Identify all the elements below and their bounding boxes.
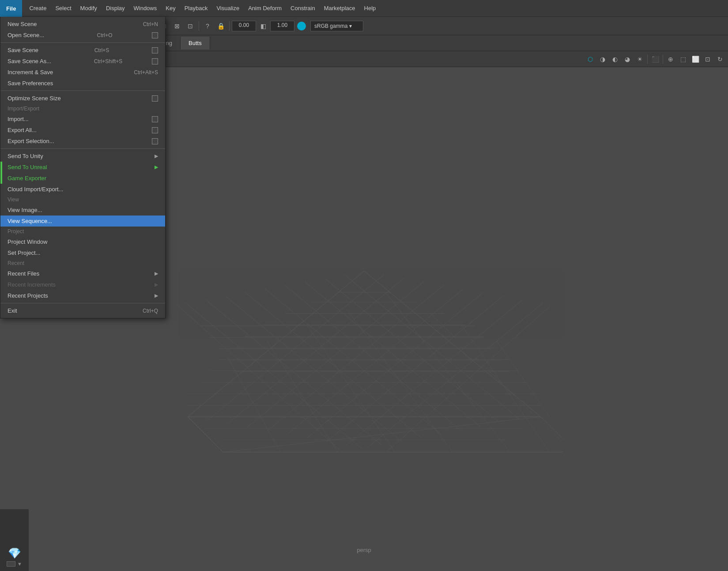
recent-increments-label: Recent Increments xyxy=(8,281,56,288)
menu-constrain[interactable]: Constrain xyxy=(286,2,320,14)
3d-grid: // Generated inline via SVG — using path… xyxy=(166,227,563,458)
lock-icon[interactable]: 🔒 xyxy=(215,20,227,32)
viewport-icon10[interactable]: ⊡ xyxy=(702,53,714,65)
export-all-option[interactable] xyxy=(152,127,158,133)
tool2-icon[interactable]: ⊡ xyxy=(184,20,196,32)
viewport-label: persp xyxy=(357,547,371,553)
field-icon[interactable]: ◧ xyxy=(257,20,269,32)
value1-field[interactable]: 0.00 xyxy=(232,21,256,31)
value2-field[interactable]: 1.00 xyxy=(270,21,294,31)
menu-windows[interactable]: Windows xyxy=(129,2,162,14)
optimize-scene-option[interactable] xyxy=(152,95,158,102)
menu-item-send-to-unreal[interactable]: Send To Unreal ▶ xyxy=(0,162,165,173)
viewport-icon6[interactable]: ⬛ xyxy=(649,53,661,65)
recent-files-arrow-icon: ▶ xyxy=(155,271,158,276)
exit-shortcut: Ctrl+Q xyxy=(129,308,158,314)
menu-item-save-preferences[interactable]: Save Preferences xyxy=(0,78,165,89)
save-scene-as-label: Save Scene As... xyxy=(8,58,51,64)
menu-anim-deform[interactable]: Anim Deform xyxy=(244,2,286,14)
question-icon[interactable]: ? xyxy=(201,20,214,32)
menu-modify[interactable]: Modify xyxy=(76,2,102,14)
menu-marketplace[interactable]: Marketplace xyxy=(320,2,360,14)
menu-item-import[interactable]: Import... xyxy=(0,113,165,125)
menu-display[interactable]: Display xyxy=(102,2,129,14)
viewport-icon4[interactable]: ◕ xyxy=(621,53,634,65)
save-preferences-label: Save Preferences xyxy=(8,80,53,87)
viewport-icon7[interactable]: ⊕ xyxy=(664,53,677,65)
svg-line-3 xyxy=(347,309,453,452)
menu-item-game-exporter[interactable]: Game Exporter xyxy=(0,173,165,184)
svg-line-1 xyxy=(267,340,338,452)
menu-item-exit[interactable]: Exit Ctrl+Q xyxy=(0,305,165,316)
cloud-import-label: Cloud Import/Export... xyxy=(8,186,63,193)
menu-item-view-image[interactable]: View Image... xyxy=(0,204,165,216)
menu-item-recent-increments: Recent Increments ▶ xyxy=(0,279,165,290)
menu-bar: File Edit Create Select Modify Display W… xyxy=(0,0,728,17)
new-scene-label: New Scene xyxy=(8,21,37,27)
menu-item-project-window[interactable]: Project Window xyxy=(0,236,165,247)
svg-line-0 xyxy=(227,356,280,452)
export-selection-option[interactable] xyxy=(152,138,158,144)
import-label: Import... xyxy=(8,116,29,122)
tab-butts[interactable]: Butts xyxy=(181,37,210,49)
menu-item-send-to-unity[interactable]: Send To Unity ▶ xyxy=(0,151,165,162)
menu-item-open-scene[interactable]: Open Scene... Ctrl+O xyxy=(0,30,165,41)
menu-item-save-scene[interactable]: Save Scene Ctrl+S xyxy=(0,45,165,56)
menu-item-increment-save[interactable]: Increment & Save Ctrl+Alt+S xyxy=(0,67,165,78)
save-scene-as-shortcut: Ctrl+Shift+S xyxy=(81,58,123,64)
save-scene-as-option[interactable] xyxy=(152,58,158,64)
send-to-unity-arrow-icon: ▶ xyxy=(155,153,158,159)
menu-key[interactable]: Key xyxy=(161,2,180,14)
menu-item-save-scene-as[interactable]: Save Scene As... Ctrl+Shift+S xyxy=(0,56,165,67)
color-display[interactable] xyxy=(297,22,306,30)
viewport-icon9[interactable]: ⬜ xyxy=(689,53,702,65)
viewport-icon3[interactable]: ◐ xyxy=(609,53,621,65)
viewport-icon5[interactable]: ☀ xyxy=(634,53,646,65)
menu-item-recent-projects[interactable]: Recent Projects ▶ xyxy=(0,290,165,301)
section-project: Project xyxy=(0,227,165,236)
maya-icon[interactable]: 💎 xyxy=(8,547,21,560)
menu-visualize[interactable]: Visualize xyxy=(212,2,244,14)
gamma-dropdown[interactable]: sRGB gamma ▾ xyxy=(310,21,363,31)
menu-item-new-scene[interactable]: New Scene Ctrl+N xyxy=(0,19,165,30)
view-sequence-label: View Sequence... xyxy=(8,218,52,224)
menu-item-set-project[interactable]: Set Project... xyxy=(0,247,165,258)
section-recent: Recent xyxy=(0,258,165,268)
menu-item-recent-files[interactable]: Recent Files ▶ xyxy=(0,268,165,279)
recent-projects-arrow-icon: ▶ xyxy=(155,293,158,299)
separator-2 xyxy=(0,91,165,91)
viewport-icon11[interactable]: ↻ xyxy=(714,53,726,65)
secondary-sep1 xyxy=(647,54,648,64)
increment-save-label: Increment & Save xyxy=(8,69,53,76)
toolbar-separator-4 xyxy=(199,21,199,31)
recent-projects-label: Recent Projects xyxy=(8,292,48,299)
viewport-icon1[interactable]: ⬡ xyxy=(584,53,596,65)
menu-playback[interactable]: Playback xyxy=(180,2,212,14)
section-importexport: Import/Export xyxy=(0,104,165,113)
send-to-unreal-arrow-icon: ▶ xyxy=(155,164,158,170)
menu-item-cloud-import[interactable]: Cloud Import/Export... xyxy=(0,184,165,195)
game-exporter-label: Game Exporter xyxy=(8,175,46,182)
file-menu-button[interactable]: File xyxy=(0,0,22,17)
viewport-icon2[interactable]: ◑ xyxy=(596,53,609,65)
menu-item-optimize-scene[interactable]: Optimize Scene Size xyxy=(0,93,165,104)
send-to-unreal-label: Send To Unreal xyxy=(8,164,47,170)
menu-create[interactable]: Create xyxy=(25,2,51,14)
view-image-label: View Image... xyxy=(8,207,42,213)
save-scene-option[interactable] xyxy=(152,47,158,53)
import-option[interactable] xyxy=(152,116,158,122)
timeline-icon xyxy=(7,561,15,567)
save-scene-label: Save Scene xyxy=(8,47,38,53)
new-scene-shortcut: Ctrl+N xyxy=(130,21,158,27)
tool1-icon[interactable]: ⊠ xyxy=(171,20,183,32)
menu-item-export-selection[interactable]: Export Selection... xyxy=(0,136,165,147)
send-to-unity-label: Send To Unity xyxy=(8,153,43,159)
menu-item-view-sequence[interactable]: View Sequence... xyxy=(0,216,165,227)
export-all-label: Export All... xyxy=(8,127,37,133)
menu-select[interactable]: Select xyxy=(51,2,75,14)
export-selection-label: Export Selection... xyxy=(8,138,54,144)
menu-help[interactable]: Help xyxy=(360,2,381,14)
open-scene-option[interactable] xyxy=(152,32,158,38)
menu-item-export-all[interactable]: Export All... xyxy=(0,125,165,136)
viewport-icon8[interactable]: ⬚ xyxy=(677,53,689,65)
